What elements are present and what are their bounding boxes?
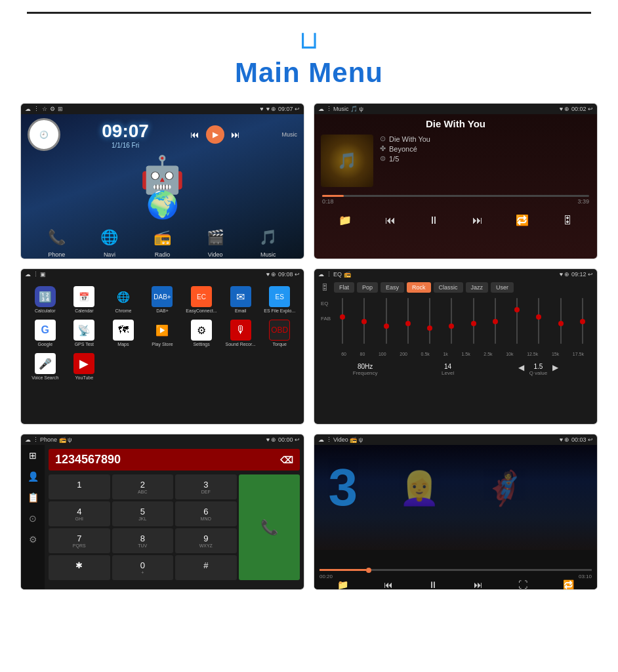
key-9[interactable]: 9WXYZ xyxy=(175,528,237,553)
statusbar-phone: ☁ ⋮ Phone 📻 ψ ♥ ⊕ 00:00 ↩ xyxy=(21,434,304,445)
app-google[interactable]: G Google xyxy=(26,317,64,349)
phone-sidebar: ⊞ 👤 📋 ⊙ ⚙ xyxy=(21,445,45,589)
key-1[interactable]: 1 xyxy=(49,474,110,499)
app-gps-test[interactable]: 📡 GPS Test xyxy=(66,317,104,349)
eq-icon: 🎛 xyxy=(321,283,329,292)
app-dab[interactable]: DAB+ DAB+ xyxy=(144,284,182,316)
key-star[interactable]: ✱ xyxy=(49,555,110,580)
delete-button[interactable]: ⌫ xyxy=(280,455,293,465)
total-time: 3:39 xyxy=(577,198,589,205)
eq-slider-17.5k[interactable] xyxy=(577,298,588,350)
key-7[interactable]: 7PQRS xyxy=(49,528,110,553)
preset-rock[interactable]: Rock xyxy=(407,282,431,293)
eq-next-btn[interactable]: ▶ xyxy=(552,363,558,376)
contacts-icon[interactable]: 👤 xyxy=(28,471,39,482)
video-folder-icon[interactable]: 📁 xyxy=(337,579,348,590)
settings-icon[interactable]: ⚙ xyxy=(29,534,37,545)
dialpad-icon[interactable]: ⊞ xyxy=(29,450,37,461)
eq-slider-15k[interactable] xyxy=(556,298,566,350)
video-fullscreen-icon[interactable]: ⛶ xyxy=(518,579,527,590)
app-play-store[interactable]: ▶️ Play Store xyxy=(144,317,182,349)
eq-slider-1.5k[interactable] xyxy=(468,298,479,350)
page-title: Main Menu xyxy=(235,57,383,89)
statusbar-eq: ☁ ⋮ EQ 📻 ♥ ⊕ 09:12 ↩ xyxy=(314,269,597,280)
app-sound-recorder[interactable]: 🎙 Sound Recor... xyxy=(222,317,260,349)
video-prev-icon[interactable]: ⏮ xyxy=(384,579,393,590)
eq-slider-1k[interactable] xyxy=(446,298,457,350)
prev-icon[interactable]: ⏮ xyxy=(190,129,199,140)
fab-label: FAB xyxy=(321,316,331,322)
q-value-display: 1.5 Q value xyxy=(529,363,548,376)
eq-slider-12.5k[interactable] xyxy=(533,298,544,350)
video-repeat-icon[interactable]: 🔁 xyxy=(563,579,574,590)
next-icon[interactable]: ⏭ xyxy=(231,129,240,140)
key-2[interactable]: 2ABC xyxy=(112,474,174,499)
app-voice-search[interactable]: 🎤 Voice Search xyxy=(26,350,64,383)
eq-slider-500[interactable] xyxy=(424,298,435,350)
music-playback-controls[interactable]: 📁 ⏮ ⏸ ⏭ 🔁 🎛 xyxy=(314,209,597,232)
pause-icon[interactable]: ⏸ xyxy=(428,215,439,226)
video-progress-bar[interactable] xyxy=(319,569,592,571)
equalizer-icon[interactable]: 🎛 xyxy=(562,215,573,226)
bluetooth-icon[interactable]: ⊙ xyxy=(29,513,37,524)
preset-flat[interactable]: Flat xyxy=(334,282,354,293)
app-email[interactable]: ✉ Email xyxy=(222,284,260,316)
app-es-file[interactable]: ES ES File Explo... xyxy=(260,284,299,316)
key-hash[interactable]: # xyxy=(175,555,237,580)
video-next-icon[interactable]: ⏭ xyxy=(474,579,483,590)
key-8[interactable]: 8TUV xyxy=(112,528,174,553)
prev-track-icon[interactable]: ⏮ xyxy=(385,215,396,226)
digital-clock: 09:07 xyxy=(102,121,149,142)
navi-icon-item[interactable]: 🌐 Navi xyxy=(98,226,121,258)
video-control-row[interactable]: 📁 ⏮ ⏸ ⏭ ⛶ 🔁 xyxy=(319,579,592,590)
eq-sliders[interactable] xyxy=(335,298,590,350)
preset-easy[interactable]: Easy xyxy=(381,282,404,293)
video-icon-item[interactable]: 🎬 Video xyxy=(203,226,227,258)
screen-music: ☁ ⋮ Music 🎵 ψ ♥ ⊕ 00:02 ↩ Die With You 🎵… xyxy=(314,103,598,259)
key-3[interactable]: 3DEF xyxy=(175,474,237,499)
preset-user[interactable]: User xyxy=(491,282,514,293)
eq-slider-10k[interactable] xyxy=(512,298,522,350)
music-content: 🎵 ⊙ Die With You ✤ Beyoncé ⊜ 1/5 xyxy=(314,131,597,191)
app-chrome[interactable]: 🌐 Chrome xyxy=(104,284,142,316)
eq-slider-80[interactable] xyxy=(359,298,369,350)
radio-icon-item[interactable]: 📻 Radio xyxy=(150,226,174,258)
eq-slider-2.5k[interactable] xyxy=(490,298,501,350)
music-controls[interactable]: ⏮ ▶ ⏭ xyxy=(190,125,240,144)
key-0[interactable]: 0+ xyxy=(112,555,174,580)
key-4[interactable]: 4GHI xyxy=(49,501,110,526)
statusbar-music: ☁ ⋮ Music 🎵 ψ ♥ ⊕ 00:02 ↩ xyxy=(314,104,597,114)
preset-classic[interactable]: Classic xyxy=(434,282,463,293)
app-settings[interactable]: ⚙ Settings xyxy=(182,317,220,349)
key-6[interactable]: 6MNO xyxy=(175,501,237,526)
play-button[interactable]: ▶ xyxy=(206,125,224,144)
phone-icon-item[interactable]: 📞 Phone xyxy=(45,226,68,258)
call-button[interactable]: 📞 xyxy=(239,474,300,580)
app-youtube[interactable]: ▶ YouTube xyxy=(66,350,104,383)
app-calculator[interactable]: 🔢 Calculator xyxy=(26,284,64,316)
repeat-icon[interactable]: 🔁 xyxy=(516,214,529,226)
preset-jazz[interactable]: Jazz xyxy=(466,282,489,293)
eq-bottom-controls: 80Hz Frequency 14 Level ◀ 1.5 Q value ▶ xyxy=(314,360,597,379)
key-5[interactable]: 5JKL xyxy=(112,501,174,526)
folder-icon[interactable]: 📁 xyxy=(339,214,352,226)
preset-pop[interactable]: Pop xyxy=(357,282,378,293)
video-pause-icon[interactable]: ⏸ xyxy=(428,579,438,590)
statusbar-video: ☁ ⋮ Video 📻 ψ ♥ ⊕ 00:03 ↩ xyxy=(314,434,597,445)
eq-slider-200[interactable] xyxy=(403,298,413,350)
eq-slider-60[interactable] xyxy=(337,298,348,350)
video-character: 👱‍♀️ xyxy=(399,469,440,507)
progress-bar[interactable] xyxy=(322,195,589,197)
next-track-icon[interactable]: ⏭ xyxy=(472,215,483,226)
music-icon-item[interactable]: 🎵 Music xyxy=(257,226,280,258)
eq-prev-btn[interactable]: ◀ xyxy=(518,363,524,376)
video-frame: 👱‍♀️ 🦸 3 xyxy=(314,445,597,566)
call-log-icon[interactable]: 📋 xyxy=(28,492,39,503)
app-calendar[interactable]: 📅 Calendar xyxy=(66,284,104,316)
app-torque[interactable]: OBD Torque xyxy=(260,317,299,349)
eq-slider-100[interactable] xyxy=(381,298,392,350)
home-body: 🕘 09:07 1/1/16 Fri ⏮ ▶ ⏭ Music 🤖 🌍 xyxy=(21,114,304,259)
app-easyconnect[interactable]: EC EasyConnect... xyxy=(182,284,220,316)
app-maps[interactable]: 🗺 Maps xyxy=(104,317,142,349)
eq-body: 🎛 Flat Pop Easy Rock Classic Jazz User E… xyxy=(314,280,597,424)
